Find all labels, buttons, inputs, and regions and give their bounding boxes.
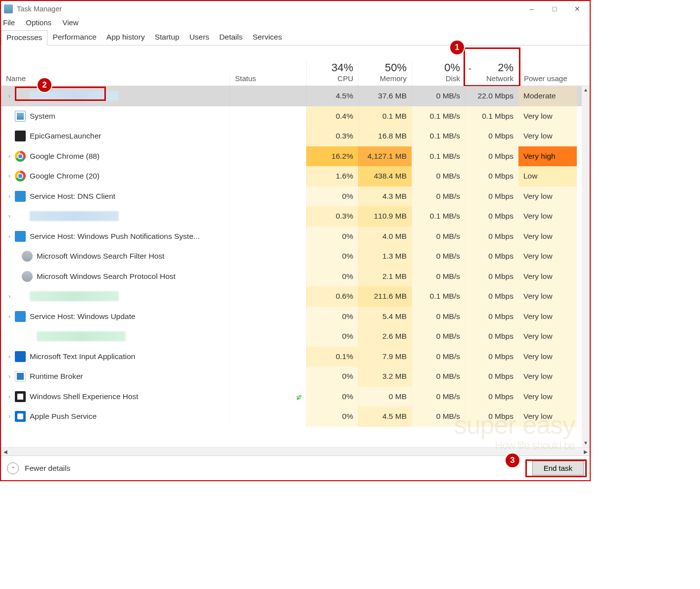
annotation-marker-2: 2 — [38, 78, 51, 92]
cell-net: 0 Mbps — [465, 186, 518, 207]
scroll-right-icon[interactable] — [581, 449, 590, 454]
expand-chevron-icon[interactable]: › — [6, 213, 13, 220]
table-row[interactable]: ›Google Chrome (20)1.6%438.4 MB0 MB/s0 M… — [1, 166, 590, 186]
cell-status — [230, 186, 306, 207]
scroll-down-icon[interactable] — [582, 439, 590, 447]
column-status-label: Status — [235, 74, 301, 83]
apple-icon — [15, 411, 26, 422]
menu-options[interactable]: Options — [26, 18, 51, 27]
cell-name: ›Service Host: DNS Client — [1, 186, 230, 207]
expand-chevron-icon[interactable]: › — [6, 413, 13, 420]
table-row[interactable]: ›Service Host: Windows Push Notification… — [1, 227, 590, 247]
column-name[interactable]: Name — [1, 74, 230, 86]
expand-chevron-icon[interactable]: › — [6, 233, 13, 240]
expand-chevron-icon[interactable]: › — [6, 353, 13, 360]
cell-status — [230, 126, 306, 146]
vertical-scrollbar[interactable] — [582, 86, 590, 447]
process-name: System — [30, 112, 55, 121]
tab-app-history[interactable]: App history — [101, 30, 150, 45]
table-row[interactable]: ›EpicGamesLauncher0.3%16.8 MB0.1 MB/s0 M… — [1, 126, 590, 146]
expand-chevron-icon[interactable]: › — [6, 153, 13, 160]
cell-mem: 1.3 MB — [358, 246, 412, 267]
horizontal-scrollbar[interactable] — [1, 447, 590, 455]
tab-details[interactable]: Details — [214, 30, 247, 45]
tab-startup[interactable]: Startup — [150, 30, 185, 45]
tab-processes[interactable]: Processes — [1, 30, 47, 45]
cell-status — [230, 286, 306, 307]
table-row[interactable]: ›Service Host: Windows Update0%5.4 MB0 M… — [1, 307, 590, 327]
table-row[interactable]: ›Microsoft Windows Search Filter Host0%1… — [1, 246, 590, 267]
table-row[interactable]: ›Microsoft Windows Search Protocol Host0… — [1, 267, 590, 287]
cell-status — [230, 307, 306, 327]
expand-chevron-icon[interactable]: › — [6, 393, 13, 400]
expand-chevron-icon[interactable]: › — [6, 373, 13, 380]
table-row[interactable]: ›4.5%37.6 MB0 MB/s22.0 MbpsModerate — [1, 86, 590, 106]
cell-cpu: 0% — [306, 186, 358, 207]
cell-name: ›Google Chrome (88) — [1, 146, 230, 167]
process-name: Apple Push Service — [30, 412, 96, 421]
fewer-details-label[interactable]: Fewer details — [25, 464, 70, 473]
table-row[interactable]: ›Service Host: DNS Client0%4.3 MB0 MB/s0… — [1, 186, 590, 207]
scroll-left-icon[interactable] — [1, 449, 9, 454]
gear-icon — [15, 191, 26, 202]
column-cpu[interactable]: 34% CPU — [306, 61, 358, 86]
tab-services[interactable]: Services — [248, 30, 287, 45]
column-network-value: 2% — [470, 61, 513, 74]
maximize-button[interactable] — [543, 1, 566, 17]
gear-icon — [15, 311, 26, 322]
expand-chevron-icon[interactable]: › — [6, 92, 13, 99]
cell-status — [230, 146, 306, 167]
table-row[interactable]: ›0.6%211.6 MB0.1 MB/s0 MbpsVery low — [1, 286, 590, 307]
cell-status — [230, 86, 306, 106]
table-row[interactable]: ›0.3%110.9 MB0.1 MB/s0 MbpsVery low — [1, 206, 590, 227]
cell-net: 0 Mbps — [465, 246, 518, 267]
process-name: Service Host: Windows Push Notifications… — [30, 232, 200, 241]
scroll-up-icon[interactable] — [582, 86, 590, 94]
column-header-row: Name Status 34% CPU 50% Memory 0% Disk ⌄… — [1, 45, 590, 86]
end-task-button[interactable]: End task — [532, 461, 584, 475]
column-status[interactable]: Status — [230, 74, 306, 86]
close-button[interactable] — [566, 1, 589, 17]
cell-disk: 0.1 MB/s — [412, 126, 465, 146]
minimize-button[interactable] — [520, 1, 543, 17]
cell-net: 0.1 Mbps — [465, 106, 518, 127]
cell-net: 0 Mbps — [465, 407, 518, 427]
menu-view[interactable]: View — [62, 18, 78, 27]
column-disk[interactable]: 0% Disk — [412, 61, 465, 86]
process-name: Microsoft Text Input Application — [30, 352, 135, 361]
expand-chevron-icon[interactable]: › — [6, 193, 13, 200]
cell-power: Very low — [518, 227, 577, 247]
table-row[interactable]: ›Runtime Broker0%3.2 MB0 MB/s0 MbpsVery … — [1, 366, 590, 387]
expand-chevron-icon[interactable]: › — [6, 173, 13, 180]
cell-mem: 2.6 MB — [358, 326, 412, 347]
expand-chevron-icon[interactable]: › — [6, 293, 13, 300]
tab-performance[interactable]: Performance — [47, 30, 101, 45]
table-row[interactable]: ›Microsoft Text Input Application0.1%7.9… — [1, 347, 590, 367]
cell-mem: 2.1 MB — [358, 267, 412, 287]
table-row[interactable]: ›Apple Push Service0%4.5 MB0 MB/s0 MbpsV… — [1, 407, 590, 427]
expand-chevron-icon[interactable]: › — [6, 313, 13, 320]
column-power[interactable]: Power usage — [518, 74, 577, 86]
runtime-icon — [15, 371, 26, 382]
table-row[interactable]: ›Google Chrome (88)16.2%4,127.1 MB0.1 MB… — [1, 146, 590, 167]
table-row[interactable]: ›0%2.6 MB0 MB/s0 MbpsVery low — [1, 326, 590, 347]
cell-net: 0 Mbps — [465, 227, 518, 247]
footer: Fewer details End task — [1, 455, 590, 480]
table-row[interactable]: ›System0.4%0.1 MB0.1 MB/s0.1 MbpsVery lo… — [1, 106, 590, 127]
menu-file[interactable]: File — [3, 18, 15, 27]
fewer-details-icon[interactable] — [7, 462, 19, 474]
cell-power: Very low — [518, 126, 577, 146]
cell-cpu: 0% — [306, 267, 358, 287]
column-memory[interactable]: 50% Memory — [358, 61, 412, 86]
cell-disk: 0 MB/s — [412, 246, 465, 267]
redacted-name — [30, 211, 119, 221]
column-network[interactable]: ⌄ 2% Network — [465, 61, 518, 86]
gear-icon — [15, 231, 26, 242]
cell-cpu: 0% — [306, 246, 358, 267]
tab-users[interactable]: Users — [185, 30, 214, 45]
cell-mem: 0.1 MB — [358, 106, 412, 127]
cell-disk: 0 MB/s — [412, 267, 465, 287]
cell-power: Very low — [518, 407, 577, 427]
cell-status — [230, 227, 306, 247]
table-row[interactable]: ›Windows Shell Experience Host⸙0%0 MB0 M… — [1, 387, 590, 407]
